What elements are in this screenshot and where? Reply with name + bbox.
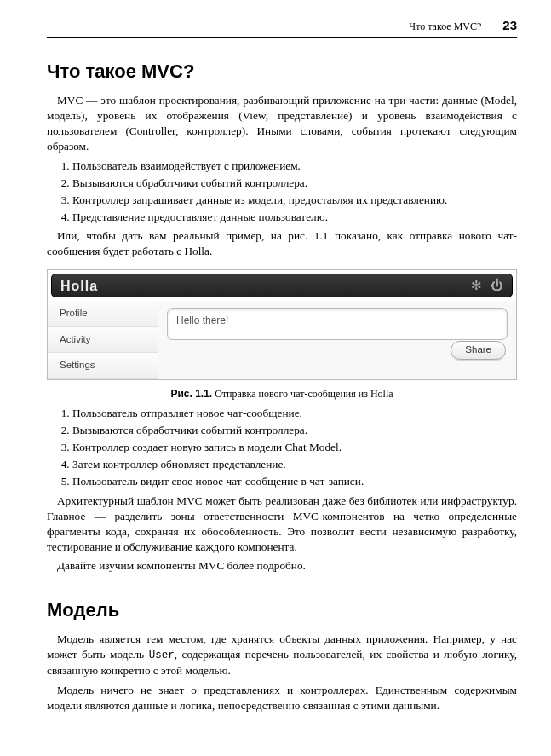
list-item: Вызываются обработчики событий контролле… <box>72 176 517 191</box>
paragraph: Архитектурный шаблон MVC может быть реал… <box>47 493 517 555</box>
ordered-list-1: Пользователь взаимодействует с приложени… <box>47 159 517 225</box>
paragraph: MVC — это шаблон проектирования, разбива… <box>47 93 517 154</box>
message-input[interactable]: Hello there! <box>167 308 508 340</box>
power-icon[interactable]: ⏻ <box>491 277 503 294</box>
caption-lead: Рис. 1.1. <box>170 388 212 400</box>
figure-caption: Рис. 1.1. Отправка нового чат-сообщения … <box>47 387 517 401</box>
holla-titlebar: Holla ✻ ⏻ <box>51 274 513 297</box>
paragraph: Модель является тем местом, где хранятся… <box>47 632 517 678</box>
share-button[interactable]: Share <box>451 341 506 360</box>
figure-holla: Holla ✻ ⏻ Profile Activity Settings Hell… <box>47 269 517 401</box>
share-row: Share <box>167 340 508 363</box>
sidebar-item-settings[interactable]: Settings <box>48 353 158 379</box>
section-heading-model: Модель <box>47 597 517 623</box>
list-item: Пользователь видит свое новое чат-сообще… <box>72 474 517 489</box>
holla-main-pane: Hello there! Share <box>158 301 516 379</box>
sidebar-item-activity[interactable]: Activity <box>48 327 158 354</box>
running-title: Что такое MVC? <box>409 20 481 33</box>
section-heading-mvc: Что такое MVC? <box>47 59 517 84</box>
list-item: Пользователь взаимодействует с приложени… <box>72 159 517 174</box>
sidebar-item-profile[interactable]: Profile <box>48 301 158 327</box>
list-item: Контроллер запрашивает данные из модели,… <box>72 193 517 208</box>
list-item: Затем контроллер обновляет представление… <box>72 457 517 472</box>
holla-window: Holla ✻ ⏻ Profile Activity Settings Hell… <box>47 269 517 380</box>
page-number: 23 <box>502 17 517 34</box>
caption-text: Отправка нового чат-сообщения из Holla <box>212 388 393 400</box>
paragraph: Модель ничего не знает о представлениях … <box>47 683 517 713</box>
list-item: Вызываются обработчики событий контролле… <box>72 423 517 438</box>
book-page: Что такое MVC? 23 Что такое MVC? MVC — э… <box>0 0 551 756</box>
holla-body: Profile Activity Settings Hello there! S… <box>48 301 516 379</box>
paragraph: Или, чтобы дать вам реальный пример, на … <box>47 228 517 259</box>
list-item: Представление предоставляет данные польз… <box>72 210 517 225</box>
settings-icon[interactable]: ✻ <box>471 277 482 294</box>
holla-toolbar-icons: ✻ ⏻ <box>471 277 503 294</box>
inline-code-user: User <box>149 649 175 661</box>
running-header: Что такое MVC? 23 <box>47 17 517 34</box>
header-rule <box>47 37 517 38</box>
list-item: Контроллер создает новую запись в модели… <box>72 440 517 455</box>
ordered-list-2: Пользователь отправляет новое чат-сообще… <box>47 406 517 489</box>
list-item: Пользователь отправляет новое чат-сообще… <box>72 406 517 421</box>
paragraph: Давайте изучим компоненты MVC более подр… <box>47 558 517 574</box>
holla-title: Holla <box>60 277 98 296</box>
holla-sidebar: Profile Activity Settings <box>48 301 158 379</box>
